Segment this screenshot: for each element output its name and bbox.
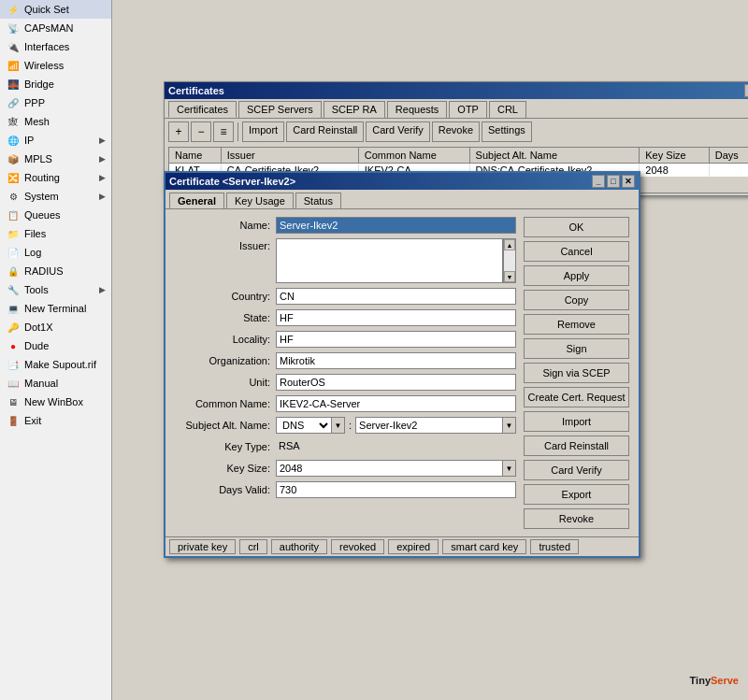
scroll-up-button[interactable]: ▲ (504, 239, 515, 250)
locality-input[interactable] (276, 331, 516, 348)
sidebar-item-make-supout[interactable]: 📑 Make Supout.rif (0, 355, 111, 374)
unit-label: Unit: (173, 377, 276, 388)
sidebar-item-quickset[interactable]: ⚡ Quick Set (0, 0, 111, 19)
sidebar-item-tools[interactable]: 🔧 Tools ▶ (0, 280, 111, 299)
sidebar-item-exit[interactable]: 🚪 Exit (0, 411, 111, 430)
radius-icon: 🔒 (6, 264, 21, 279)
ok-button[interactable]: OK (524, 217, 629, 237)
dialog-tab-status[interactable]: Status (295, 193, 341, 208)
col-name: Name (169, 148, 221, 164)
supout-icon: 📑 (6, 357, 21, 372)
tab-requests[interactable]: Requests (387, 101, 447, 118)
name-label: Name: (173, 220, 276, 231)
card-verify-button[interactable]: Card Verify (366, 121, 429, 142)
sidebar-item-queues[interactable]: 📋 Queues (0, 206, 111, 224)
tools-arrow-icon: ▶ (99, 285, 106, 294)
status-trusted[interactable]: trusted (530, 539, 579, 554)
cancel-button[interactable]: Cancel (524, 241, 629, 262)
days-valid-row: Days Valid: (173, 481, 516, 498)
subject-alt-name-value-input[interactable] (355, 417, 503, 434)
sidebar-item-system[interactable]: ⚙ System ▶ (0, 187, 111, 206)
tab-scep-servers[interactable]: SCEP Servers (238, 101, 322, 118)
issuer-textarea[interactable] (276, 238, 503, 283)
state-input[interactable] (276, 309, 516, 326)
dialog-tab-key-usage[interactable]: Key Usage (226, 193, 294, 208)
filter-button[interactable]: ≡ (213, 121, 234, 142)
toolbar-separator (237, 122, 238, 141)
cert-dialog-tab-bar: General Key Usage Status (165, 190, 639, 209)
scroll-down-button[interactable]: ▼ (504, 271, 515, 282)
unit-input[interactable] (276, 374, 516, 391)
sidebar-item-wireless[interactable]: 📶 Wireless (0, 56, 111, 75)
sign-button[interactable]: Sign (524, 338, 629, 359)
ip-icon: 🌐 (6, 133, 21, 148)
state-row: State: (173, 309, 516, 326)
sidebar-item-files[interactable]: 📁 Files (0, 224, 111, 243)
subject-alt-name-type-select[interactable]: DNS IP Email (276, 417, 332, 434)
dialog-import-button[interactable]: Import (524, 411, 629, 432)
dialog-close-button[interactable]: ✕ (622, 175, 635, 188)
state-label: State: (173, 312, 276, 323)
dialog-minimize-button[interactable]: _ (592, 175, 605, 188)
status-authority[interactable]: authority (271, 539, 327, 554)
settings-button[interactable]: Settings (482, 121, 532, 142)
sidebar-item-capsman[interactable]: 📡 CAPsMAN (0, 19, 111, 37)
sidebar-item-log[interactable]: 📄 Log (0, 243, 111, 262)
country-input[interactable] (276, 288, 516, 305)
status-private-key[interactable]: private key (169, 539, 236, 554)
sidebar-item-dot1x[interactable]: 🔑 Dot1X (0, 318, 111, 336)
sign-via-scep-button[interactable]: Sign via SCEP (524, 363, 629, 383)
sidebar-item-new-terminal[interactable]: 💻 New Terminal (0, 299, 111, 318)
revoke-button[interactable]: Revoke (432, 121, 480, 142)
issuer-label: Issuer: (173, 238, 276, 251)
sidebar-item-mpls[interactable]: 📦 MPLS ▶ (0, 150, 111, 168)
tab-scep-ra[interactable]: SCEP RA (324, 101, 385, 118)
key-size-input[interactable] (276, 460, 503, 477)
sidebar-label-system: System (24, 191, 59, 202)
status-revoked[interactable]: revoked (331, 539, 384, 554)
dialog-card-reinstall-button[interactable]: Card Reinstall (524, 436, 629, 456)
tab-crl[interactable]: CRL (489, 101, 526, 118)
dialog-revoke-button[interactable]: Revoke (524, 508, 629, 529)
sidebar-item-dude[interactable]: ● Dude (0, 336, 111, 355)
tab-certificates[interactable]: Certificates (168, 101, 237, 118)
dialog-tab-general[interactable]: General (169, 193, 224, 208)
sidebar-label-queues: Queues (24, 209, 61, 221)
remove-cert-button[interactable]: Remove (524, 314, 629, 335)
copy-button[interactable]: Copy (524, 290, 629, 310)
sidebar-item-new-winbox[interactable]: 🖥 New WinBox (0, 393, 111, 411)
organization-label: Organization: (173, 355, 276, 366)
certificates-close-button[interactable]: ✕ (744, 84, 748, 97)
sidebar-item-interfaces[interactable]: 🔌 Interfaces (0, 37, 111, 56)
add-button[interactable]: + (168, 121, 189, 142)
sidebar-item-bridge[interactable]: 🌉 Bridge (0, 75, 111, 93)
create-cert-request-button[interactable]: Create Cert. Request (524, 387, 629, 407)
sidebar-item-radius[interactable]: 🔒 RADIUS (0, 262, 111, 280)
organization-input[interactable] (276, 352, 516, 369)
status-smart-card-key[interactable]: smart card key (442, 539, 526, 554)
common-name-input[interactable] (276, 395, 516, 412)
sidebar-item-ip[interactable]: 🌐 IP ▶ (0, 131, 111, 150)
issuer-scrollbar[interactable]: ▲ ▼ (503, 238, 516, 283)
subject-alt-name-value-arrow[interactable]: ▼ (503, 417, 516, 434)
sidebar-item-manual[interactable]: 📖 Manual (0, 374, 111, 393)
sidebar-item-routing[interactable]: 🔀 Routing ▶ (0, 168, 111, 187)
remove-button[interactable]: − (191, 121, 211, 142)
import-button[interactable]: Import (242, 121, 284, 142)
status-crl[interactable]: crl (239, 539, 267, 554)
export-button[interactable]: Export (524, 484, 629, 505)
colon-separator: : (345, 420, 355, 431)
card-reinstall-button[interactable]: Card Reinstall (286, 121, 364, 142)
mpls-arrow-icon: ▶ (99, 154, 106, 164)
dialog-maximize-button[interactable]: □ (607, 175, 620, 188)
days-valid-input[interactable] (276, 481, 516, 498)
key-size-arrow[interactable]: ▼ (503, 460, 516, 477)
status-expired[interactable]: expired (388, 539, 439, 554)
tab-otp[interactable]: OTP (449, 101, 487, 118)
sidebar-item-ppp[interactable]: 🔗 PPP (0, 93, 111, 112)
name-input[interactable] (276, 217, 516, 234)
sidebar-item-mesh[interactable]: 🕸 Mesh (0, 112, 111, 131)
apply-button[interactable]: Apply (524, 265, 629, 286)
dialog-card-verify-button[interactable]: Card Verify (524, 460, 629, 480)
subject-alt-name-type-arrow[interactable]: ▼ (332, 417, 345, 434)
